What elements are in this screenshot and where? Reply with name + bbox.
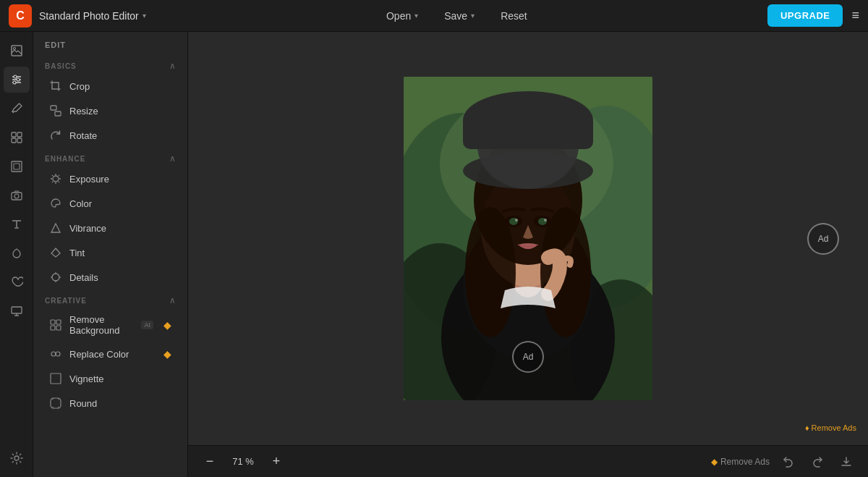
creative-label: CREATIVE	[45, 297, 87, 305]
icon-sidebar	[0, 32, 33, 477]
crop-item[interactable]: Crop	[38, 74, 183, 98]
vignette-label: Vignette	[69, 373, 171, 384]
basics-section-header: BASICS ∧	[33, 55, 187, 74]
ad-circle-bottom[interactable]: Ad	[512, 341, 544, 373]
svg-rect-12	[17, 138, 22, 143]
settings-icon[interactable]	[4, 445, 30, 471]
redo-button[interactable]	[807, 452, 827, 472]
reset-button[interactable]: Reset	[493, 7, 535, 25]
svg-line-26	[52, 175, 53, 176]
svg-rect-20	[55, 111, 61, 116]
remove-ads-link[interactable]: ◆ Remove Ads	[711, 457, 770, 467]
color-label: Color	[69, 198, 171, 209]
svg-point-64	[544, 219, 547, 221]
undo-button[interactable]	[778, 452, 799, 472]
rotate-item[interactable]: Rotate	[38, 123, 183, 148]
details-label: Details	[69, 272, 171, 283]
sidebar-btn-text[interactable]	[4, 211, 30, 237]
canvas-content: Ad Ad ♦ Remove Ads	[188, 32, 868, 445]
svg-rect-40	[56, 326, 61, 330]
svg-point-7	[13, 81, 16, 84]
edit-header: EDIT	[33, 32, 187, 55]
creative-section-header: CREATIVE ∧	[33, 290, 187, 308]
crop-icon	[49, 80, 62, 93]
sidebar-btn-camera[interactable]	[4, 182, 30, 208]
svg-rect-43	[51, 373, 61, 384]
open-button[interactable]: Open ▾	[379, 7, 425, 25]
remove-ads-right[interactable]: ♦ Remove Ads	[805, 421, 856, 434]
round-item[interactable]: Round	[38, 391, 183, 415]
edit-panel: EDIT BASICS ∧ Crop Resize Rotate ENHAN	[33, 32, 188, 477]
enhance-collapse-icon[interactable]: ∧	[169, 153, 176, 164]
color-item[interactable]: Color	[38, 191, 183, 216]
svg-rect-39	[51, 326, 55, 330]
bottom-bar: − 71 % + ◆ Remove Ads	[188, 445, 868, 477]
vignette-item[interactable]: Vignette	[38, 366, 183, 391]
sidebar-btn-pen[interactable]	[4, 96, 30, 122]
main-layout: EDIT BASICS ∧ Crop Resize Rotate ENHAN	[0, 32, 868, 477]
tint-item[interactable]: Tint	[38, 240, 183, 265]
enhance-label: ENHANCE	[45, 155, 85, 163]
save-chevron-icon: ▾	[471, 12, 475, 20]
svg-point-55	[465, 207, 516, 337]
basics-collapse-icon[interactable]: ∧	[169, 61, 176, 71]
sidebar-btn-heart[interactable]	[4, 269, 30, 295]
download-button[interactable]	[836, 452, 856, 472]
ai-badge: AI	[141, 321, 153, 329]
vibrance-label: Vibrance	[69, 223, 171, 234]
replace-color-diamond-icon: ◆	[163, 348, 171, 360]
topbar: C Standard Photo Editor ▾ Open ▾ Save ▾ …	[0, 0, 868, 32]
sidebar-btn-grid[interactable]	[4, 124, 30, 151]
vignette-icon	[49, 372, 62, 385]
ad-circle-right[interactable]: Ad	[807, 223, 839, 255]
crop-label: Crop	[69, 81, 171, 92]
vibrance-icon	[49, 221, 62, 235]
svg-point-42	[56, 352, 60, 356]
rotate-label: Rotate	[69, 130, 171, 141]
remove-background-label: Remove Background	[69, 314, 134, 336]
creative-collapse-icon[interactable]: ∧	[169, 295, 176, 305]
basics-label: BASICS	[45, 62, 77, 70]
svg-point-5	[14, 75, 17, 78]
round-icon	[49, 397, 62, 410]
sidebar-btn-frame[interactable]	[4, 153, 30, 180]
svg-point-1	[13, 48, 15, 50]
svg-rect-14	[14, 164, 20, 169]
svg-rect-10	[17, 132, 22, 137]
sidebar-btn-draw[interactable]	[4, 240, 30, 266]
replace-color-item[interactable]: Replace Color ◆	[38, 342, 183, 366]
save-button[interactable]: Save ▾	[437, 7, 482, 25]
color-icon	[49, 197, 62, 210]
vibrance-item[interactable]: Vibrance	[38, 216, 183, 240]
remove-ads-diamond-icon: ◆	[711, 457, 718, 467]
svg-rect-17	[12, 307, 22, 313]
open-chevron-icon: ▾	[414, 12, 418, 20]
tint-label: Tint	[69, 248, 171, 258]
svg-point-41	[51, 352, 56, 356]
svg-point-16	[14, 194, 19, 198]
upgrade-button[interactable]: UPGRADE	[767, 4, 843, 27]
app-title[interactable]: Standard Photo Editor ▾	[39, 10, 146, 22]
svg-marker-30	[51, 224, 60, 232]
sidebar-btn-monitor[interactable]	[4, 298, 30, 324]
svg-point-63	[515, 219, 518, 221]
zoom-in-button[interactable]: +	[266, 452, 286, 472]
resize-item[interactable]: Resize	[38, 98, 183, 123]
svg-rect-19	[51, 106, 56, 110]
resize-label: Resize	[69, 106, 171, 117]
svg-line-28	[59, 175, 59, 176]
remove-background-item[interactable]: Remove Background AI ◆	[38, 308, 183, 342]
details-item[interactable]: Details	[38, 265, 183, 290]
zoom-out-button[interactable]: −	[200, 452, 220, 472]
svg-point-58	[477, 102, 579, 189]
svg-point-21	[53, 176, 59, 182]
svg-marker-31	[51, 248, 60, 257]
app-logo: C	[9, 4, 32, 28]
svg-rect-37	[51, 320, 55, 324]
exposure-item[interactable]: Exposure	[38, 166, 183, 191]
exposure-label: Exposure	[69, 174, 171, 185]
sidebar-btn-sliders[interactable]	[4, 67, 30, 93]
menu-button[interactable]: ≡	[851, 8, 859, 23]
sidebar-btn-image[interactable]	[4, 38, 30, 64]
svg-rect-0	[12, 46, 22, 56]
